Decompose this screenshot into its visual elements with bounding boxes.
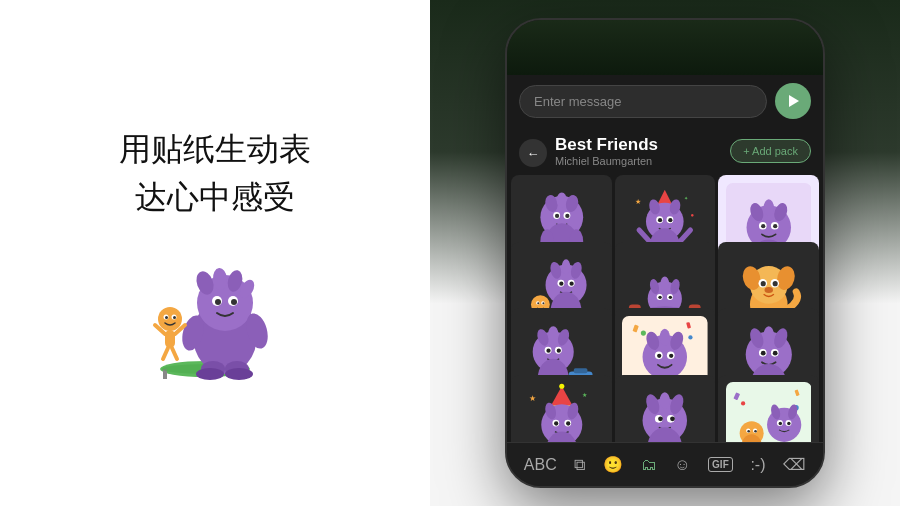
svg-point-18 [196,368,224,380]
keyboard-bar: ABC ⧉ 🙂 🗂 ☺ GIF :-) ⌫ [507,442,823,486]
svg-point-130 [641,330,646,335]
svg-point-84 [542,302,544,304]
svg-point-186 [747,430,750,433]
phone-top-bg [507,20,823,75]
svg-point-108 [764,287,773,293]
kb-gif[interactable]: GIF [708,457,733,472]
svg-line-28 [163,348,168,359]
sticker-icon: 🗂 [641,456,657,474]
abc-icon: ABC [524,456,557,474]
svg-point-195 [787,422,790,425]
svg-point-78 [569,282,573,286]
svg-text:✦: ✦ [684,195,688,201]
kb-emoticon[interactable]: :-) [750,456,765,474]
delete-icon: ⌫ [783,455,806,474]
svg-point-54 [668,218,672,222]
svg-point-96 [659,296,662,299]
gif-icon: GIF [708,457,733,472]
svg-line-56 [639,230,649,241]
svg-point-106 [761,281,766,286]
svg-point-77 [559,282,563,286]
svg-point-134 [660,328,670,345]
svg-point-139 [669,353,673,357]
svg-point-162 [554,421,558,425]
svg-point-163 [566,421,570,425]
svg-point-68 [773,224,777,228]
svg-text:★: ★ [529,394,536,403]
sticker-cell-10[interactable]: ★ ★ [511,375,612,443]
message-input-area: Enter message [507,75,823,127]
svg-point-13 [231,299,237,305]
chinese-title: 用贴纸生动表 达心中感受 [119,125,311,221]
svg-point-12 [215,299,221,305]
svg-point-173 [658,416,663,421]
send-button[interactable] [775,83,811,119]
svg-point-24 [173,316,176,319]
sticker-cell-12[interactable]: HURRAY! [718,375,819,443]
sticker-grid: ★ ✦ ● [507,171,823,442]
svg-point-107 [772,281,777,286]
svg-point-138 [657,353,661,357]
svg-point-174 [670,416,675,421]
svg-point-32 [556,192,566,207]
kb-abc[interactable]: ABC [524,456,557,474]
avatar-icon: ☺ [674,456,690,474]
sticker-panel: Best Friends Michiel Baumgarten + Add pa… [507,127,823,442]
pack-title: Best Friends [555,135,722,155]
svg-point-83 [537,302,539,304]
kb-sticker-recent[interactable]: ⧉ [574,456,585,474]
pack-info: Best Friends Michiel Baumgarten [555,135,722,167]
svg-point-92 [661,276,670,290]
kb-sticker[interactable]: 🗂 [641,456,657,474]
svg-rect-112 [573,368,587,373]
svg-point-19 [225,368,253,380]
kb-avatar[interactable]: ☺ [674,456,690,474]
message-placeholder: Enter message [534,94,621,109]
emoticon-icon: :-) [750,456,765,474]
add-pack-button[interactable]: + Add pack [730,139,811,163]
svg-point-123 [556,348,560,352]
svg-line-29 [172,348,177,359]
phone-frame: Enter message Best Friends Michiel Baumg… [505,18,825,488]
svg-point-131 [689,335,693,339]
svg-point-153 [559,384,564,389]
right-panel: Enter message Best Friends Michiel Baumg… [430,0,900,506]
sticker-cell-11[interactable] [615,375,716,443]
svg-point-194 [778,422,781,425]
svg-point-37 [565,213,569,217]
sticker-panel-header: Best Friends Michiel Baumgarten + Add pa… [507,127,823,171]
message-input-box[interactable]: Enter message [519,85,767,118]
svg-point-169 [660,392,670,409]
svg-point-187 [754,430,757,433]
svg-point-143 [764,326,774,343]
emoji-icon: 🙂 [603,455,623,474]
svg-text:●: ● [691,212,695,218]
kb-delete[interactable]: ⌫ [783,455,806,474]
hero-sticker [125,251,305,381]
svg-text:★: ★ [582,392,587,398]
svg-point-181 [741,401,745,405]
left-panel: 用贴纸生动表 达心中感受 [0,0,430,506]
pack-author: Michiel Baumgarten [555,155,722,167]
svg-point-97 [669,296,672,299]
svg-point-20 [158,307,182,331]
svg-point-67 [761,224,765,228]
svg-point-122 [546,348,550,352]
svg-point-23 [165,316,168,319]
sticker-recent-icon: ⧉ [574,456,585,474]
svg-text:★: ★ [635,198,641,205]
svg-point-53 [658,218,662,222]
svg-point-147 [761,350,766,355]
svg-point-36 [554,213,558,217]
back-button[interactable] [519,139,547,167]
svg-line-57 [680,230,690,241]
svg-point-73 [561,259,570,274]
svg-point-118 [548,326,558,341]
kb-emoji[interactable]: 🙂 [603,455,623,474]
svg-point-148 [773,350,778,355]
svg-point-63 [764,199,774,216]
